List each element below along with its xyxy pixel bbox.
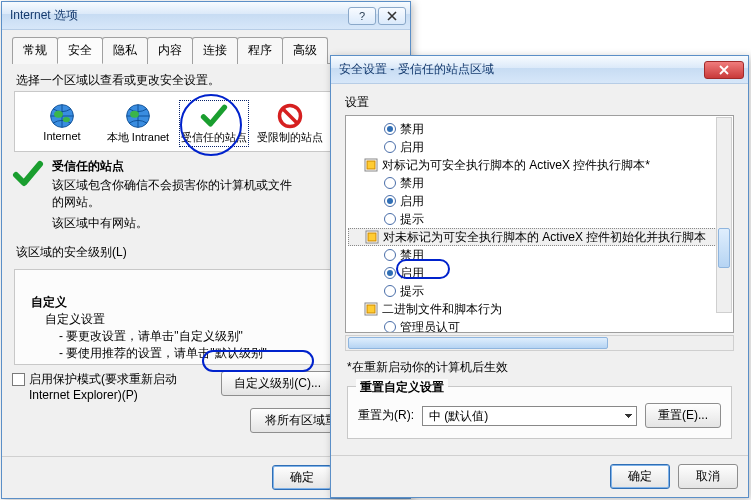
reset-heading: 重置自定义设置 [356, 379, 448, 396]
tree-category: 二进制文件和脚本行为 [348, 300, 731, 318]
protected-mode-checkbox[interactable]: 启用保护模式(要求重新启动 [12, 371, 215, 388]
tree-item-label: 启用 [400, 265, 424, 282]
tree-category: 对未标记为可安全执行脚本的 ActiveX 控件初始化并执行脚本 [348, 228, 731, 246]
svg-point-1 [54, 111, 63, 118]
checkmark-icon [200, 102, 228, 130]
trusted-desc1: 该区域包含你确信不会损害你的计算机或文件的网站。 [52, 177, 302, 211]
prohibited-icon [276, 102, 304, 130]
tree-radio-option[interactable]: 禁用 [348, 174, 731, 192]
tab-content[interactable]: 内容 [147, 37, 193, 64]
tree-radio-option[interactable]: 提示 [348, 210, 731, 228]
tree-radio-option[interactable]: 管理员认可 [348, 318, 731, 333]
reset-to-label: 重置为(R): [358, 407, 414, 424]
zone-internet[interactable]: Internet [29, 102, 95, 145]
zone-label: Internet [43, 130, 80, 142]
zone-local-intranet[interactable]: 本地 Intranet [105, 102, 171, 145]
help-button[interactable]: ? [348, 7, 376, 25]
security-settings-dialog: 安全设置 - 受信任的站点区域 设置 禁用启用对标记为可安全执行脚本的 Acti… [330, 55, 749, 498]
svg-point-2 [63, 117, 70, 122]
zone-label: 受限制的站点 [257, 130, 323, 145]
svg-rect-7 [367, 161, 375, 169]
tree-item-label: 启用 [400, 139, 424, 156]
dialog-title: 安全设置 - 受信任的站点区域 [339, 61, 702, 78]
radio-icon [384, 141, 396, 153]
tab-programs[interactable]: 程序 [237, 37, 283, 64]
tab-security[interactable]: 安全 [57, 37, 103, 64]
tree-radio-option[interactable]: 禁用 [348, 120, 731, 138]
ok-button[interactable]: 确定 [610, 464, 670, 489]
tree-category: 对标记为可安全执行脚本的 ActiveX 控件执行脚本* [348, 156, 731, 174]
tree-radio-option[interactable]: 启用 [348, 264, 731, 282]
radio-icon [384, 123, 396, 135]
horizontal-scrollbar[interactable] [345, 335, 734, 351]
reset-to-select[interactable]: 中 (默认值) [422, 406, 637, 426]
tree-radio-option[interactable]: 禁用 [348, 246, 731, 264]
svg-rect-9 [368, 233, 376, 241]
svg-rect-11 [367, 305, 375, 313]
tree-radio-option[interactable]: 启用 [348, 192, 731, 210]
activex-icon [364, 302, 378, 316]
restart-note: *在重新启动你的计算机后生效 [347, 359, 734, 376]
activex-icon [365, 230, 379, 244]
protected-mode-label-top: 启用保护模式(要求重新启动 [29, 371, 177, 388]
zone-restricted-sites[interactable]: 受限制的站点 [257, 102, 323, 145]
trusted-desc2: 该区域中有网站。 [52, 215, 302, 232]
scrollbar-thumb[interactable] [348, 337, 608, 349]
tree-item-label: 提示 [400, 211, 424, 228]
tree-item-label: 禁用 [400, 247, 424, 264]
tab-general[interactable]: 常规 [12, 37, 58, 64]
reset-button[interactable]: 重置(E)... [645, 403, 721, 428]
tree-radio-option[interactable]: 启用 [348, 138, 731, 156]
radio-icon [384, 195, 396, 207]
titlebar[interactable]: Internet 选项 ? [2, 2, 410, 30]
protected-mode-label-bottom: Internet Explorer)(P) [29, 388, 215, 402]
tree-item-label: 禁用 [400, 121, 424, 138]
radio-icon [384, 321, 396, 333]
close-button[interactable] [704, 61, 744, 79]
settings-label: 设置 [345, 94, 734, 111]
custom-level-button[interactable]: 自定义级别(C)... [221, 371, 334, 396]
reset-custom-group: 重置自定义设置 重置为(R): 中 (默认值) 重置(E)... [347, 386, 732, 439]
ok-button[interactable]: 确定 [272, 465, 332, 490]
tree-item-label: 启用 [400, 193, 424, 210]
globe-icon [124, 102, 152, 130]
tree-radio-option[interactable]: 提示 [348, 282, 731, 300]
tree-item-label: 对标记为可安全执行脚本的 ActiveX 控件执行脚本* [382, 157, 650, 174]
zone-label: 本地 Intranet [107, 130, 169, 145]
dialog-title: Internet 选项 [10, 7, 346, 24]
titlebar[interactable]: 安全设置 - 受信任的站点区域 [331, 56, 748, 84]
scrollbar-thumb[interactable] [718, 228, 730, 268]
zone-label: 受信任的站点 [181, 130, 247, 145]
tree-item-label: 管理员认可 [400, 319, 460, 334]
globe-icon [48, 102, 76, 130]
svg-point-4 [130, 111, 139, 118]
close-button[interactable] [378, 7, 406, 25]
radio-icon [384, 177, 396, 189]
activex-icon [364, 158, 378, 172]
tab-advanced[interactable]: 高级 [282, 37, 328, 64]
radio-icon [384, 213, 396, 225]
radio-icon [384, 285, 396, 297]
radio-icon [384, 267, 396, 279]
tree-item-label: 二进制文件和脚本行为 [382, 301, 502, 318]
radio-icon [384, 249, 396, 261]
tree-item-label: 提示 [400, 283, 424, 300]
checkbox-icon [12, 373, 25, 386]
zone-trusted-sites[interactable]: 受信任的站点 [181, 102, 247, 145]
settings-tree[interactable]: 禁用启用对标记为可安全执行脚本的 ActiveX 控件执行脚本*禁用启用提示对未… [345, 115, 734, 333]
cancel-button[interactable]: 取消 [678, 464, 738, 489]
tab-connections[interactable]: 连接 [192, 37, 238, 64]
checkmark-icon [12, 158, 44, 190]
tree-item-label: 禁用 [400, 175, 424, 192]
tab-privacy[interactable]: 隐私 [102, 37, 148, 64]
vertical-scrollbar[interactable] [716, 117, 732, 313]
tree-item-label: 对未标记为可安全执行脚本的 ActiveX 控件初始化并执行脚本 [383, 229, 706, 246]
trusted-heading: 受信任的站点 [52, 158, 302, 175]
dialog-button-row: 确定 取消 [331, 455, 748, 497]
